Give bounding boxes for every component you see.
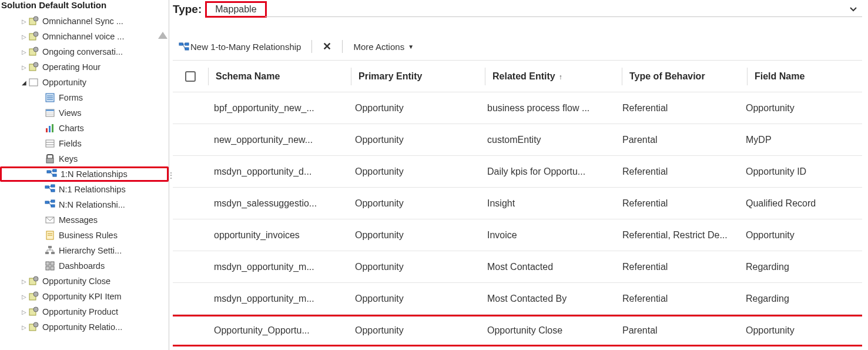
more-actions-button[interactable]: More Actions ▼ bbox=[347, 41, 420, 53]
tree-node[interactable]: Charts bbox=[0, 121, 169, 136]
cell-primary: Opportunity bbox=[349, 166, 481, 177]
charts-icon bbox=[45, 123, 55, 134]
cell-schema: msdyn_opportunity_m... bbox=[208, 262, 349, 272]
tree-node-label: Operating Hour bbox=[42, 62, 100, 72]
select-all-checkbox[interactable] bbox=[185, 71, 196, 82]
tree-node-label: Omnichannel Sync ... bbox=[42, 16, 123, 26]
table-row[interactable]: msdyn_opportunity_d...OpportunityDaily k… bbox=[173, 156, 862, 188]
cell-behavior: Parental bbox=[616, 135, 740, 145]
svg-rect-20 bbox=[46, 140, 54, 147]
tree-node-label: Messages bbox=[59, 215, 98, 225]
expand-icon[interactable]: ▷ bbox=[20, 309, 28, 315]
table-row[interactable]: msdyn_salessuggestio...OpportunityInsigh… bbox=[173, 188, 862, 219]
views-icon bbox=[45, 108, 55, 118]
tree-node[interactable]: Business Rules bbox=[0, 228, 169, 243]
expand-icon[interactable]: ▷ bbox=[20, 278, 28, 285]
cell-primary: Opportunity bbox=[349, 230, 481, 241]
tree-node[interactable]: Messages bbox=[0, 212, 169, 228]
type-select[interactable]: Mappable bbox=[205, 1, 862, 18]
relationships-grid: Schema Name Primary Entity Related Entit… bbox=[173, 61, 862, 350]
tree-node[interactable]: Hierarchy Setti... bbox=[0, 243, 169, 258]
type-value: Mappable bbox=[205, 1, 266, 18]
new-relationship-button[interactable]: New 1-to-Many Relationship bbox=[173, 40, 307, 53]
col-header-related[interactable]: Related Entity↑ bbox=[487, 71, 622, 82]
expand-icon[interactable]: ▷ bbox=[20, 294, 28, 300]
tree-node[interactable]: Fields bbox=[0, 136, 169, 151]
relationship-icon bbox=[179, 41, 189, 52]
col-header-schema[interactable]: Schema Name bbox=[210, 71, 351, 82]
svg-line-33 bbox=[49, 186, 51, 187]
select-all-cell[interactable] bbox=[173, 71, 208, 82]
svg-rect-18 bbox=[49, 126, 51, 132]
dashboards-icon bbox=[45, 261, 55, 271]
tree-node[interactable]: ▷Opportunity KPI Item bbox=[0, 289, 169, 304]
table-row[interactable]: opportunity_invoicesOpportunityInvoiceRe… bbox=[173, 219, 862, 251]
chevron-down-icon[interactable] bbox=[844, 2, 862, 17]
tree-node[interactable]: ▷Opportunity Product bbox=[0, 304, 169, 319]
tree-node-label: 1:N Relationships bbox=[61, 169, 128, 179]
more-actions-label: More Actions bbox=[353, 42, 404, 52]
col-header-behavior[interactable]: Type of Behavior bbox=[624, 71, 747, 82]
svg-point-7 bbox=[33, 62, 38, 67]
type-filter-row: Type: Mappable bbox=[173, 0, 862, 21]
expand-icon[interactable]: ▷ bbox=[20, 49, 28, 55]
tree-node-label: Opportunity Close bbox=[42, 276, 110, 286]
tree-node[interactable]: ▷Omnichannel voice ... bbox=[0, 29, 169, 44]
collapse-icon[interactable]: ◢ bbox=[20, 79, 28, 86]
svg-rect-51 bbox=[46, 262, 49, 265]
tree-node[interactable]: ▷Operating Hour bbox=[0, 59, 169, 75]
svg-point-56 bbox=[33, 276, 38, 281]
col-header-primary[interactable]: Primary Entity bbox=[353, 71, 485, 82]
svg-rect-32 bbox=[51, 189, 55, 192]
tree-node-label: Omnichannel voice ... bbox=[42, 32, 124, 41]
entity-relation-icon bbox=[28, 322, 39, 332]
table-row[interactable]: msdyn_opportunity_m...OpportunityMost Co… bbox=[173, 251, 862, 283]
svg-rect-45 bbox=[45, 252, 49, 254]
tree-node[interactable]: 1:N Relationships bbox=[0, 166, 169, 182]
grid-header-row: Schema Name Primary Entity Related Entit… bbox=[173, 61, 862, 92]
tree-node[interactable]: ◢Opportunity bbox=[0, 75, 169, 90]
expand-icon[interactable]: ▷ bbox=[20, 64, 28, 71]
tree-node[interactable]: ▷Opportunity Relatio... bbox=[0, 319, 169, 335]
table-row[interactable]: msdyn_opportunity_m...OpportunityMost Co… bbox=[173, 283, 862, 315]
delete-button[interactable]: ✕ bbox=[317, 39, 337, 54]
entity-product-icon bbox=[28, 306, 39, 317]
tree-node[interactable]: N:N Relationshi... bbox=[0, 197, 169, 212]
cell-field: Regarding bbox=[740, 294, 862, 304]
svg-rect-19 bbox=[52, 124, 53, 132]
entity-opportunity-icon bbox=[28, 77, 39, 88]
tree-node[interactable]: Keys bbox=[0, 151, 169, 166]
svg-line-28 bbox=[51, 171, 53, 172]
cell-field: Qualified Record bbox=[740, 198, 862, 209]
tree-node-label: Opportunity Relatio... bbox=[42, 322, 122, 332]
table-row[interactable]: bpf_opportunity_new_...Opportunitybusine… bbox=[173, 92, 862, 124]
rel-n1-icon bbox=[45, 184, 55, 195]
tree-node[interactable]: ▷Opportunity Close bbox=[0, 274, 169, 289]
expand-icon[interactable]: ▷ bbox=[20, 324, 28, 331]
scroll-up-arrow[interactable] bbox=[158, 32, 167, 39]
cell-schema: new_opportunity_new... bbox=[208, 135, 349, 145]
cell-behavior: Referential bbox=[616, 166, 740, 177]
cell-related: Most Contacted bbox=[481, 262, 616, 272]
tree-node[interactable]: ▷Omnichannel Sync ... bbox=[0, 14, 169, 29]
rel-nn-icon bbox=[45, 199, 55, 210]
tree-node[interactable]: Views bbox=[0, 105, 169, 121]
col-header-field[interactable]: Field Name bbox=[749, 71, 862, 82]
tree-node[interactable]: ▷Ongoing conversati... bbox=[0, 44, 169, 59]
main-content: Type: Mappable New 1-to-Many Relationshi… bbox=[173, 0, 868, 350]
tree-node[interactable]: N:1 Relationships bbox=[0, 182, 169, 197]
entity-voice-icon bbox=[28, 31, 39, 42]
tree-node-label: Charts bbox=[59, 124, 84, 133]
sort-asc-icon: ↑ bbox=[559, 73, 562, 81]
table-row[interactable]: Opportunity_Opportu...OpportunityOpportu… bbox=[173, 315, 862, 346]
expand-icon[interactable]: ▷ bbox=[20, 18, 28, 25]
tree-node[interactable]: Forms bbox=[0, 90, 169, 105]
messages-icon bbox=[45, 215, 55, 225]
entity-sync-icon bbox=[28, 16, 39, 26]
cell-related: business process flow ... bbox=[481, 103, 616, 114]
tree-node[interactable]: Dashboards bbox=[0, 258, 169, 274]
expand-icon[interactable]: ▷ bbox=[20, 34, 28, 40]
hierarchy-icon bbox=[45, 245, 55, 256]
type-label: Type: bbox=[173, 3, 202, 16]
table-row[interactable]: new_opportunity_new...OpportunitycustomE… bbox=[173, 124, 862, 156]
